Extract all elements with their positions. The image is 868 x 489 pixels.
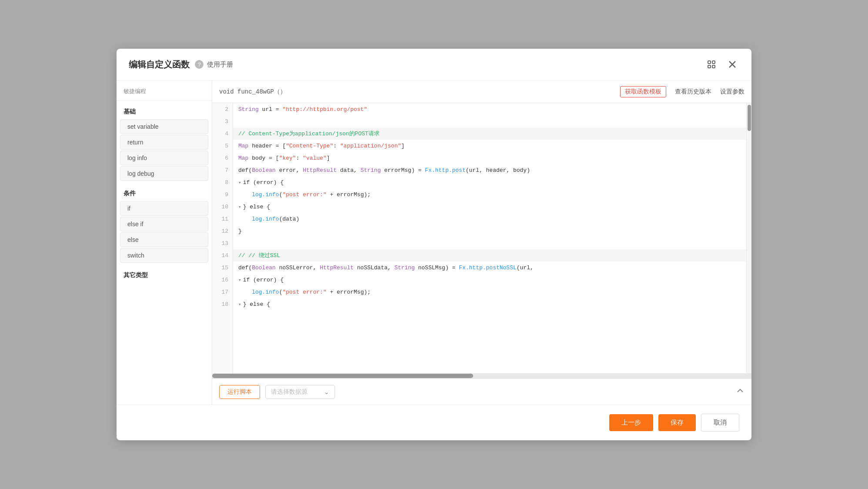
func-name: void func_48wGP（） [219, 88, 620, 96]
line-num-4: 4 [212, 127, 233, 140]
line-num-2: 2 [212, 103, 233, 115]
prev-button[interactable]: 上一步 [609, 414, 653, 431]
help-icon[interactable]: ? [195, 60, 204, 69]
code-line-13 [233, 237, 746, 249]
code-line-8: ▾if (error) { [233, 176, 746, 188]
sidebar-item-else[interactable]: else [120, 232, 208, 247]
line-num-18: 18 [212, 298, 233, 310]
fold-marker-16[interactable]: ▾ [238, 277, 241, 283]
datasource-placeholder: 请选择数据源 [271, 388, 307, 396]
get-template-button[interactable]: 获取函数模板 [620, 86, 666, 97]
close-button[interactable] [725, 57, 739, 71]
line-num-14: 14 [212, 249, 233, 261]
code-line-18: ▾} else { [233, 298, 746, 310]
sidebar-item-if[interactable]: if [120, 201, 208, 216]
code-line-5: Map header = ["Content-Type": "applicati… [233, 140, 746, 152]
sidebar-item-switch[interactable]: switch [120, 248, 208, 263]
section-label-other: 其它类型 [117, 268, 212, 282]
collapse-button[interactable] [736, 386, 744, 397]
code-line-7: def(Boolean error, HttpResult data, Stri… [233, 164, 746, 176]
horizontal-scrollbar-thumb[interactable] [212, 374, 473, 378]
code-line-9: log.info("post error:" + errorMsg); [233, 188, 746, 201]
toolbar-actions: 获取函数模板 查看历史版本 设置参数 [620, 86, 744, 97]
sidebar-item-log-debug[interactable]: log debug [120, 166, 208, 181]
code-line-6: Map body = ["key": "value"] [233, 152, 746, 164]
line-num-10: 10 [212, 201, 233, 213]
vertical-scrollbar-thumb[interactable] [748, 105, 751, 131]
sidebar-item-return[interactable]: return [120, 135, 208, 150]
vertical-scrollbar[interactable] [746, 103, 751, 373]
svg-rect-1 [712, 61, 715, 64]
horizontal-scrollbar[interactable] [212, 373, 751, 378]
code-line-16: ▾if (error) { [233, 274, 746, 286]
sidebar-item-log-info[interactable]: log info [120, 151, 208, 165]
cancel-button[interactable]: 取消 [701, 414, 739, 432]
line-num-16: 16 [212, 274, 233, 286]
line-num-11: 11 [212, 213, 233, 225]
code-line-11: log.info(data) [233, 213, 746, 225]
line-numbers: 2 3 4 5 6 7 8 9 10 11 12 13 14 15 [212, 103, 233, 373]
expand-button[interactable] [704, 57, 718, 71]
code-line-10: ▾} else { [233, 201, 746, 213]
modal-footer: 上一步 保存 取消 [117, 405, 751, 440]
code-line-4: // Content-Type为application/json的POST请求 [233, 127, 746, 140]
code-line-3 [233, 115, 746, 127]
svg-rect-2 [708, 65, 711, 68]
fold-marker-10[interactable]: ▾ [238, 204, 241, 210]
datasource-select[interactable]: 请选择数据源 ⌄ [265, 385, 335, 399]
code-editor[interactable]: String url = "http://httpbin.org/post" /… [233, 103, 746, 373]
svg-rect-3 [712, 65, 715, 68]
section-label-condition: 条件 [117, 186, 212, 200]
bottom-bar-left: 运行脚本 请选择数据源 ⌄ [219, 385, 335, 399]
line-num-3: 3 [212, 115, 233, 127]
save-button[interactable]: 保存 [658, 414, 696, 431]
line-num-12: 12 [212, 225, 233, 237]
bottom-bar: 运行脚本 请选择数据源 ⌄ [212, 378, 751, 405]
code-line-14: // // 绕过SSL [233, 249, 746, 261]
sidebar-item-else-if[interactable]: else if [120, 217, 208, 231]
sidebar-item-set-variable[interactable]: set variable [120, 119, 208, 134]
modal-body: 敏捷编程 基础 set variable return log info log… [117, 80, 751, 405]
modal: 编辑自定义函数 ? 使用手册 [117, 49, 751, 440]
line-num-8: 8 [212, 176, 233, 188]
section-label-basic: 基础 [117, 104, 212, 118]
sidebar-tab: 敏捷编程 [117, 87, 212, 101]
fold-marker-8[interactable]: ▾ [238, 180, 241, 185]
set-params-button[interactable]: 设置参数 [720, 87, 744, 97]
line-num-6: 6 [212, 152, 233, 164]
sidebar: 敏捷编程 基础 set variable return log info log… [117, 80, 212, 405]
editor-toolbar: void func_48wGP（） 获取函数模板 查看历史版本 设置参数 [212, 80, 751, 103]
code-line-15: def(Boolean noSSLerror, HttpResult noSSL… [233, 261, 746, 274]
code-line-12: } [233, 225, 746, 237]
modal-header-actions [704, 57, 739, 71]
code-line-17: log.info("post error:" + errorMsg); [233, 286, 746, 298]
code-container: 2 3 4 5 6 7 8 9 10 11 12 13 14 15 [212, 103, 751, 373]
modal-overlay: 编辑自定义函数 ? 使用手册 [0, 0, 868, 489]
modal-header: 编辑自定义函数 ? 使用手册 [117, 49, 751, 80]
line-num-13: 13 [212, 237, 233, 249]
view-history-button[interactable]: 查看历史版本 [675, 87, 711, 97]
line-num-17: 17 [212, 286, 233, 298]
line-num-5: 5 [212, 140, 233, 152]
modal-title: 编辑自定义函数 [129, 59, 190, 70]
line-num-7: 7 [212, 164, 233, 176]
code-line-2: String url = "http://httpbin.org/post" [233, 103, 746, 115]
line-num-9: 9 [212, 188, 233, 201]
fold-marker-18[interactable]: ▾ [238, 301, 241, 307]
svg-rect-0 [708, 61, 711, 64]
editor-area: void func_48wGP（） 获取函数模板 查看历史版本 设置参数 2 3… [212, 80, 751, 405]
manual-link[interactable]: 使用手册 [207, 60, 233, 69]
chevron-down-icon: ⌄ [324, 389, 329, 395]
run-script-button[interactable]: 运行脚本 [219, 385, 260, 399]
line-num-15: 15 [212, 261, 233, 274]
